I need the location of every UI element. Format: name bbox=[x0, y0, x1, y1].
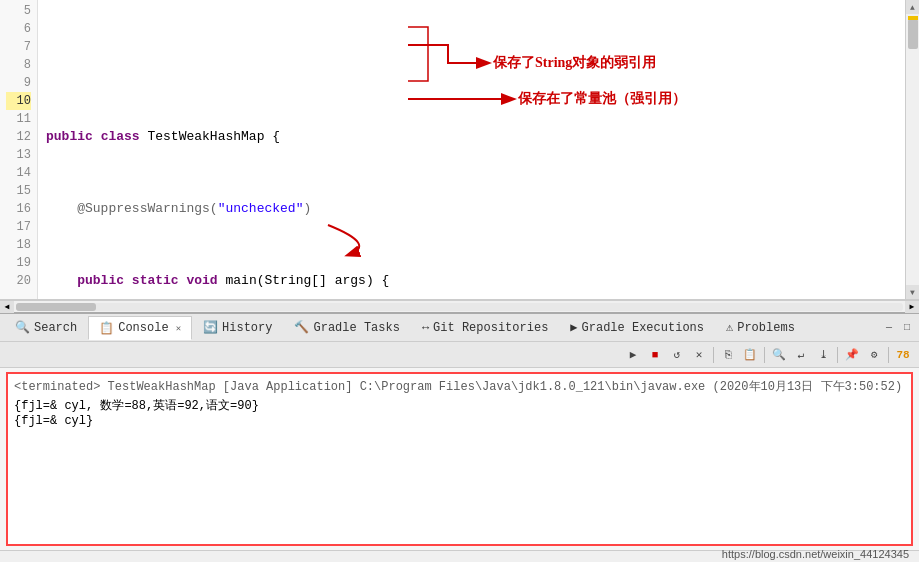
console-output-line-2: {fjl=& cyl} bbox=[14, 414, 905, 428]
console-output-line-1: {fjl=& cyl, 数学=88,英语=92,语文=90} bbox=[14, 397, 905, 414]
line-num-15: 15 bbox=[6, 182, 31, 200]
tab-search-label: Search bbox=[34, 321, 77, 335]
line-num-8: 8 bbox=[6, 56, 31, 74]
tab-problems-label: Problems bbox=[737, 321, 795, 335]
console-output: <terminated> TestWeakHashMap [Java Appli… bbox=[6, 372, 913, 546]
h-scroll-thumb[interactable] bbox=[16, 303, 96, 311]
search-icon: 🔍 bbox=[15, 320, 30, 335]
code-lines[interactable]: public class TestWeakHashMap { @Suppress… bbox=[38, 0, 905, 299]
code-line-7: @SuppressWarnings("unchecked") bbox=[46, 200, 905, 218]
line-num-16: 16 bbox=[6, 200, 31, 218]
minimize-btn[interactable]: — bbox=[881, 320, 897, 336]
line-num-9: 9 bbox=[6, 74, 31, 92]
scroll-right-btn[interactable]: ▶ bbox=[905, 301, 919, 313]
line-num-12: 12 bbox=[6, 128, 31, 146]
line-num-17: 17 bbox=[6, 218, 31, 236]
annotation-svg: 保存了String对象的弱引用 保存在了常量池（强引用） bbox=[38, 0, 905, 299]
code-editor: 5 6 7 8 9 10 11 12 13 14 15 16 17 18 19 … bbox=[0, 0, 919, 300]
panel-controls: — □ bbox=[881, 320, 915, 336]
scroll-thumb[interactable] bbox=[908, 19, 918, 49]
toolbar-expand-btn[interactable]: 78 bbox=[893, 345, 913, 365]
console-icon: 📋 bbox=[99, 321, 114, 336]
console-panel: 🔍 Search 📋 Console ✕ 🔄 History 🔨 Gradle … bbox=[0, 312, 919, 562]
tab-git-label: Git Repositories bbox=[433, 321, 548, 335]
toolbar-settings-btn[interactable]: ⚙ bbox=[864, 345, 884, 365]
scroll-left-btn[interactable]: ◀ bbox=[0, 301, 14, 313]
history-icon: 🔄 bbox=[203, 320, 218, 335]
tab-search[interactable]: 🔍 Search bbox=[4, 316, 88, 340]
scroll-up-btn[interactable]: ▲ bbox=[906, 0, 920, 14]
line-num-6: 6 bbox=[6, 20, 31, 38]
tab-console[interactable]: 📋 Console ✕ bbox=[88, 316, 192, 340]
toolbar-rerun-btn[interactable]: ↺ bbox=[667, 345, 687, 365]
gradle-tasks-icon: 🔨 bbox=[294, 320, 309, 335]
gradle-exec-icon: ▶ bbox=[570, 320, 577, 335]
line-numbers: 5 6 7 8 9 10 11 12 13 14 15 16 17 18 19 … bbox=[0, 0, 38, 299]
problems-icon: ⚠ bbox=[726, 320, 733, 335]
svg-text:保存在了常量池（强引用）: 保存在了常量池（强引用） bbox=[517, 90, 686, 106]
code-line-6: public class TestWeakHashMap { bbox=[46, 128, 905, 146]
tab-gradle-tasks[interactable]: 🔨 Gradle Tasks bbox=[283, 316, 410, 340]
tab-history[interactable]: 🔄 History bbox=[192, 316, 283, 340]
toolbar-filter-btn[interactable]: 🔍 bbox=[769, 345, 789, 365]
tab-gradle-tasks-label: Gradle Tasks bbox=[313, 321, 399, 335]
h-scroll-track bbox=[16, 303, 903, 311]
toolbar-run-btn[interactable]: ▶ bbox=[623, 345, 643, 365]
line-num-10: 10 bbox=[6, 92, 31, 110]
git-icon: ↔ bbox=[422, 321, 429, 335]
scroll-track bbox=[908, 14, 918, 285]
console-header: <terminated> TestWeakHashMap [Java Appli… bbox=[14, 378, 905, 395]
line-num-5: 5 bbox=[6, 2, 31, 20]
toolbar-copy-btn[interactable]: ⎘ bbox=[718, 345, 738, 365]
vertical-scrollbar[interactable]: ▲ ▼ bbox=[905, 0, 919, 299]
horizontal-scrollbar[interactable]: ◀ ▶ bbox=[0, 300, 919, 312]
toolbar-close-btn[interactable]: ✕ bbox=[689, 345, 709, 365]
toolbar-pin-btn[interactable]: 📌 bbox=[842, 345, 862, 365]
maximize-btn[interactable]: □ bbox=[899, 320, 915, 336]
tab-git-repos[interactable]: ↔ Git Repositories bbox=[411, 316, 559, 340]
console-toolbar: ▶ ■ ↺ ✕ ⎘ 📋 🔍 ↵ ⤓ 📌 ⚙ 78 bbox=[0, 342, 919, 368]
code-line-5 bbox=[46, 56, 905, 74]
line-num-14: 14 bbox=[6, 164, 31, 182]
watermark: https://blog.csdn.net/weixin_44124345 bbox=[722, 548, 909, 560]
separator-1 bbox=[713, 347, 714, 363]
line-num-19: 19 bbox=[6, 254, 31, 272]
tab-console-label: Console bbox=[118, 321, 168, 335]
scroll-marker bbox=[908, 16, 918, 20]
toolbar-autoscroll-btn[interactable]: ⤓ bbox=[813, 345, 833, 365]
line-num-11: 11 bbox=[6, 110, 31, 128]
toolbar-paste-btn[interactable]: 📋 bbox=[740, 345, 760, 365]
separator-4 bbox=[888, 347, 889, 363]
tab-gradle-exec[interactable]: ▶ Gradle Executions bbox=[559, 316, 715, 340]
line-num-13: 13 bbox=[6, 146, 31, 164]
tab-gradle-exec-label: Gradle Executions bbox=[582, 321, 704, 335]
line-num-7: 7 bbox=[6, 38, 31, 56]
tab-history-label: History bbox=[222, 321, 272, 335]
line-num-20: 20 bbox=[6, 272, 31, 290]
separator-2 bbox=[764, 347, 765, 363]
scroll-down-btn[interactable]: ▼ bbox=[906, 285, 920, 299]
console-close-icon[interactable]: ✕ bbox=[176, 323, 181, 334]
line-num-18: 18 bbox=[6, 236, 31, 254]
console-tabs-bar: 🔍 Search 📋 Console ✕ 🔄 History 🔨 Gradle … bbox=[0, 314, 919, 342]
toolbar-wrap-btn[interactable]: ↵ bbox=[791, 345, 811, 365]
code-line-8: public static void main(String[] args) { bbox=[46, 272, 905, 290]
toolbar-stop-btn[interactable]: ■ bbox=[645, 345, 665, 365]
tab-problems[interactable]: ⚠ Problems bbox=[715, 316, 806, 340]
separator-3 bbox=[837, 347, 838, 363]
